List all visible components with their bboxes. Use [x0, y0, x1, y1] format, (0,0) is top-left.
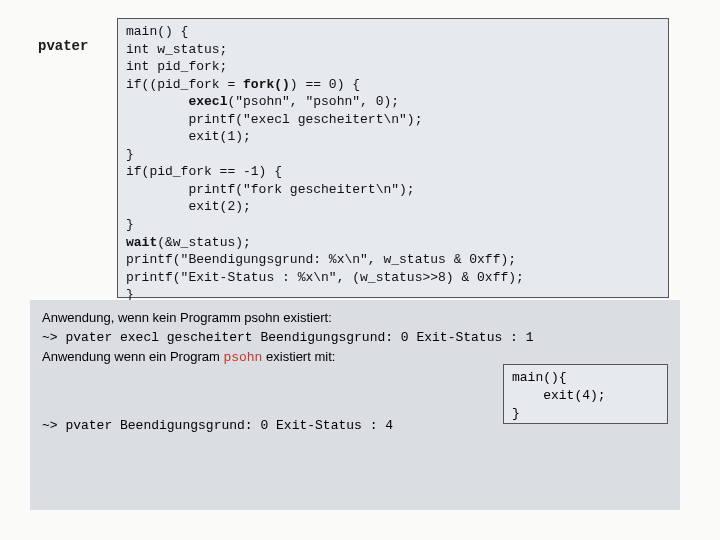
slide-canvas: pvater main() { int w_status; int pid_fo…: [0, 0, 720, 540]
program-name-label: pvater: [38, 38, 88, 54]
output-panel: Anwendung, wenn kein Programm psohn exis…: [30, 300, 680, 510]
parent-code: main() { int w_status; int pid_fork; if(…: [126, 23, 660, 304]
usage-note-2c: existiert mit:: [262, 349, 335, 364]
usage-note-2a: Anwendung wenn ein Program: [42, 349, 223, 364]
child-code: main(){ exit(4); }: [512, 369, 659, 424]
terminal-output-1: ~> pvater execl gescheitert Beendigungsg…: [42, 328, 668, 348]
parent-code-block: main() { int w_status; int pid_fork; if(…: [117, 18, 669, 298]
child-code-block: main(){ exit(4); }: [503, 364, 668, 424]
usage-note-1: Anwendung, wenn kein Programm psohn exis…: [42, 308, 668, 328]
psohn-name: psohn: [223, 350, 262, 365]
